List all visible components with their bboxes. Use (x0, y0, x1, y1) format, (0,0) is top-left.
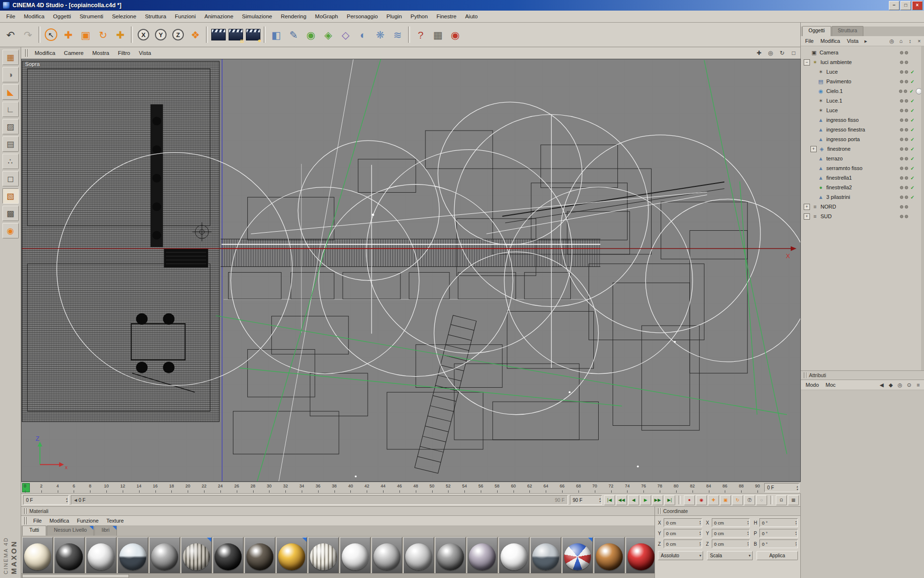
coordinate-stepper[interactable]: ▴▾ (746, 520, 750, 525)
material-thumbnail-steel-material[interactable] (530, 537, 561, 573)
object-row-3-pilastrini[interactable]: ▲3 pilastrini✓ (801, 192, 924, 202)
object-row-ingresso-porta[interactable]: ▲ingresso porta✓ (801, 134, 924, 144)
end-frame-field[interactable]: 90 F ▴▾ (570, 495, 602, 505)
enabled-check-icon[interactable]: ✓ (909, 89, 914, 94)
object-row-finestrella2[interactable]: ●finestrella2✓ (801, 183, 924, 192)
timeline-ruler[interactable]: 0 F ▴▾ 024681012141618202224262830323436… (21, 482, 801, 494)
enabled-check-icon[interactable]: ✓ (910, 185, 915, 190)
redo-button[interactable]: ↷ (19, 26, 37, 44)
materials-tab-nessun-livello[interactable]: Nessun Livello (47, 525, 94, 536)
close-button[interactable]: × (912, 1, 923, 10)
object-axis-mode-button[interactable]: ◉ (2, 223, 19, 238)
coordinate-field-x[interactable]: 0 cm▴▾ (712, 518, 750, 527)
render-visibility-dot[interactable] (905, 118, 908, 122)
coordinate-stepper[interactable]: ▴▾ (698, 520, 702, 525)
material-thumbnail-light-grey-material[interactable] (403, 537, 434, 573)
scroll-updown-icon[interactable]: ↕ (906, 37, 914, 45)
edge-mode-button[interactable]: ◻ (2, 171, 19, 186)
zoom-view-icon[interactable]: ◎ (765, 48, 776, 58)
record-scale-toggle[interactable]: ▣ (720, 495, 731, 505)
materials-menu-funzione[interactable]: Funzione (73, 517, 103, 525)
menu-selezione[interactable]: Selezione (108, 12, 141, 21)
apply-button[interactable]: Applica (757, 551, 798, 560)
editor-visibility-dot[interactable] (900, 186, 903, 189)
render-visibility-dot[interactable] (905, 196, 908, 199)
layout-browser-icon[interactable]: ▦ (2, 50, 19, 65)
render-view-button[interactable] (210, 26, 227, 44)
texture-axis-mode-button[interactable]: ▩ (2, 206, 19, 221)
menu-aiuto[interactable]: Aiuto (461, 12, 482, 21)
move-tool[interactable]: ✚ (60, 26, 77, 44)
material-thumbnail-beachball-material[interactable] (562, 537, 593, 573)
more-menu-arrow-icon[interactable]: ▸ (862, 37, 870, 45)
lock-icon[interactable]: ⊙ (905, 381, 913, 389)
editor-visibility-dot[interactable] (900, 167, 903, 170)
render-visibility-dot[interactable] (905, 51, 908, 54)
editor-visibility-dot[interactable] (900, 176, 903, 180)
menu-rendering[interactable]: Rendering (277, 12, 311, 21)
render-visibility-dot[interactable] (905, 128, 908, 131)
end-frame-stepper[interactable]: ▴▾ (598, 497, 602, 503)
object-row-luce[interactable]: ✶Luce✓ (801, 67, 924, 77)
coordinate-mode-dropdown[interactable]: Assoluto ▾ (658, 551, 703, 560)
add-particles-button[interactable]: ❋ (372, 26, 389, 44)
material-thumbnail-red-gloss-material[interactable] (626, 537, 654, 573)
goto-end-button[interactable]: ▶| (664, 495, 675, 505)
object-manager-menu-modifica[interactable]: Modifica (817, 37, 844, 45)
snap-settings-button[interactable]: ▦ (788, 495, 799, 505)
start-frame-stepper[interactable]: ▴▾ (65, 497, 68, 503)
materials-menu-texture[interactable]: Texture (103, 517, 128, 525)
title-bar[interactable]: CINEMA 4D Studio - [copiaincolla.c4d *] … (0, 0, 924, 11)
render-visibility-dot[interactable] (905, 61, 908, 64)
coordinate-stepper[interactable]: ▴▾ (698, 531, 702, 536)
object-row-serramnto-fisso[interactable]: ▲serramnto fisso✓ (801, 163, 924, 173)
material-thumbnail-gold-material[interactable] (276, 537, 307, 573)
editor-visibility-dot[interactable] (900, 80, 903, 83)
texture-mode-button[interactable]: ▨ (2, 119, 19, 134)
menu-oggetti[interactable]: Oggetti (49, 12, 75, 21)
material-thumbnail-grey-material[interactable] (149, 537, 180, 573)
attributes-edit-menu[interactable]: Moc (823, 382, 839, 388)
menu-funzioni[interactable]: Funzioni (170, 12, 200, 21)
pin-icon[interactable]: ◆ (887, 381, 895, 389)
coordinate-stepper[interactable]: ▴▾ (746, 531, 750, 536)
render-visibility-dot[interactable] (905, 99, 908, 103)
record-keyframe-button[interactable]: ● (684, 495, 695, 505)
search-icon[interactable]: ◎ (888, 37, 896, 45)
enabled-check-icon[interactable]: ✓ (910, 137, 915, 142)
polygon-mode-button[interactable]: ▧ (2, 188, 19, 204)
object-row-camera[interactable]: ▣Camera (801, 48, 924, 57)
materials-tab-tutti[interactable]: Tutti (22, 525, 46, 536)
viewport-menu-modifica[interactable]: Modifica (30, 49, 60, 57)
material-thumbnail-dark-speckled-material[interactable] (54, 537, 85, 573)
lock-x-axis-button[interactable]: X (135, 26, 152, 44)
add-spline-button[interactable]: ✎ (285, 26, 302, 44)
coordinate-stepper[interactable]: ▴▾ (698, 541, 702, 546)
minimize-button[interactable]: − (889, 1, 899, 10)
render-visibility-dot[interactable] (905, 147, 908, 151)
point-mode-button[interactable]: ∴ (2, 154, 19, 169)
material-thumbnail-black-gloss-material[interactable] (213, 537, 244, 573)
enabled-check-icon[interactable]: ✓ (910, 156, 915, 161)
add-simulation-button[interactable]: ≋ (389, 26, 406, 44)
material-thumbnail-lavender-grey-material[interactable] (467, 537, 498, 573)
object-row-sud[interactable]: +≡SUD (801, 211, 924, 221)
make-editable-button[interactable]: ◣ (2, 84, 19, 100)
panel-grip[interactable] (24, 517, 27, 525)
editor-visibility-dot[interactable] (900, 205, 903, 209)
object-row-finestrella1[interactable]: ▲finestrella1✓ (801, 173, 924, 183)
search-icon[interactable]: ◎ (896, 381, 904, 389)
transform-mode-dropdown[interactable]: Scala ▾ (707, 551, 752, 560)
enabled-check-icon[interactable]: ✓ (910, 195, 915, 200)
material-thumbnail-white-bump-material[interactable] (86, 537, 116, 573)
lock-z-axis-button[interactable]: Z (169, 26, 187, 44)
content-browser-button[interactable]: ▦ (429, 26, 447, 44)
editor-visibility-dot[interactable] (900, 128, 903, 131)
coordinate-system-button[interactable]: ❖ (187, 26, 204, 44)
add-deformer-button[interactable]: ◇ (337, 26, 354, 44)
materials-scrollbar-thumb[interactable] (22, 574, 129, 578)
editor-visibility-dot[interactable] (900, 157, 903, 160)
menu-personaggio[interactable]: Personaggio (343, 12, 383, 21)
current-frame-stepper[interactable]: ▴▾ (796, 485, 799, 491)
enabled-check-icon[interactable]: ✓ (910, 79, 915, 84)
